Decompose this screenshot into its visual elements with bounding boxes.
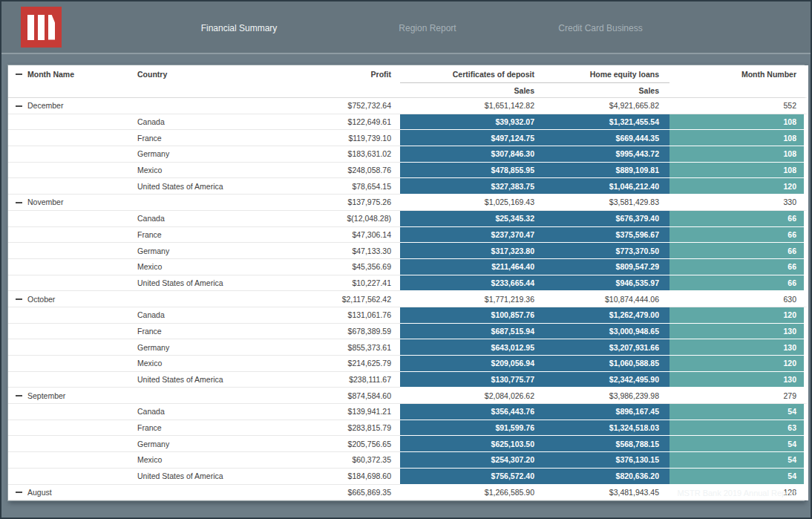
- month-name-cell: [8, 436, 134, 452]
- financial-grid: Month Name Country Profit Certificates o…: [8, 65, 808, 500]
- country-cell: Germany: [134, 436, 253, 452]
- country-detail-row[interactable]: United States of America $238,111.67 $13…: [8, 372, 808, 388]
- profit-cell: $283,815.79: [253, 420, 400, 437]
- hel-sales-cell: $676,379.40: [545, 211, 669, 227]
- collapse-icon[interactable]: [16, 105, 22, 107]
- month-number-total-cell: 552: [669, 98, 808, 114]
- collapse-icon[interactable]: [16, 202, 22, 203]
- profit-total-cell: $752,732.64: [253, 98, 400, 114]
- country-detail-row[interactable]: Mexico $214,625.79 $209,056.94 $1,060,58…: [8, 356, 808, 372]
- country-detail-row[interactable]: Mexico $45,356.69 $211,464.40 $809,547.2…: [8, 259, 808, 275]
- profit-cell: $139,941.21: [253, 404, 400, 420]
- column-header-month-number[interactable]: Month Number: [669, 65, 808, 83]
- country-detail-row[interactable]: Canada $139,941.21 $356,443.76 $896,167.…: [8, 404, 808, 420]
- country-cell: [134, 291, 253, 307]
- month-name-cell: [8, 404, 134, 420]
- month-number-cell: 54: [669, 469, 808, 485]
- tab-credit-card-business[interactable]: Credit Card Business: [558, 23, 642, 33]
- header-divider: [1, 53, 811, 54]
- collapse-icon[interactable]: [16, 492, 22, 493]
- hel-sales-cell: $889,109.81: [545, 163, 669, 179]
- country-detail-row[interactable]: United States of America $78,654.15 $327…: [8, 178, 808, 195]
- country-detail-row[interactable]: Germany $205,756.65 $625,103.50 $568,788…: [8, 436, 808, 452]
- hel-sales-total-cell: $3,986,239.98: [545, 388, 669, 404]
- country-cell: Mexico: [134, 163, 253, 179]
- collapse-icon[interactable]: [16, 395, 22, 396]
- collapse-icon[interactable]: [16, 298, 22, 300]
- column-header-profit[interactable]: Profit: [253, 65, 400, 83]
- month-number-cell: 66: [669, 211, 808, 227]
- country-detail-row[interactable]: Canada $(12,048.28) $25,345.32 $676,379.…: [8, 211, 808, 227]
- month-name-cell: [8, 243, 134, 259]
- month-total-row[interactable]: October $2,117,562.42 $1,771,219.36 $10,…: [8, 291, 808, 307]
- country-cell: [134, 485, 253, 501]
- cod-sales-cell: $39,932.07: [400, 114, 545, 131]
- profit-cell: $45,356.69: [253, 259, 400, 275]
- month-number-cell: 66: [669, 275, 808, 292]
- mstr-bank-logo-icon[interactable]: [21, 7, 62, 48]
- subheader-hel-sales[interactable]: Sales: [545, 83, 669, 98]
- logo-bar-icon: [38, 15, 45, 40]
- month-number-cell: 54: [669, 452, 808, 469]
- country-detail-row[interactable]: Germany $47,133.30 $317,323.80 $773,370.…: [8, 243, 808, 259]
- cod-sales-total-cell: $1,771,219.36: [400, 291, 545, 307]
- country-detail-row[interactable]: France $678,389.59 $687,515.94 $3,000,94…: [8, 324, 808, 340]
- cod-sales-cell: $478,855.95: [400, 163, 545, 179]
- month-total-row[interactable]: December $752,732.64 $1,651,142.82 $4,92…: [8, 98, 808, 114]
- collapse-icon[interactable]: [16, 74, 22, 75]
- grid-header-row: Month Name Country Profit Certificates o…: [8, 65, 808, 83]
- column-label: Month Name: [27, 70, 74, 79]
- country-detail-row[interactable]: Mexico $248,058.76 $478,855.95 $889,109.…: [8, 163, 808, 179]
- month-number-cell: 63: [669, 420, 808, 437]
- cod-sales-cell: $756,572.40: [400, 469, 545, 485]
- month-name-cell: November: [8, 195, 134, 211]
- month-name-cell: December: [8, 98, 134, 114]
- country-detail-row[interactable]: United States of America $184,698.60 $75…: [8, 469, 808, 485]
- month-name-cell: [8, 372, 134, 388]
- month-number-cell: 130: [669, 324, 808, 340]
- profit-cell: $47,306.14: [253, 227, 400, 244]
- empty-subheader: [669, 83, 808, 98]
- column-header-country[interactable]: Country: [134, 65, 253, 83]
- month-total-row[interactable]: September $874,584.60 $2,084,026.62 $3,9…: [8, 388, 808, 404]
- country-detail-row[interactable]: United States of America $10,227.41 $233…: [8, 275, 808, 292]
- country-detail-row[interactable]: Germany $183,631.02 $307,846.30 $995,443…: [8, 146, 808, 163]
- country-detail-row[interactable]: France $119,739.10 $497,124.75 $669,444.…: [8, 130, 808, 146]
- country-detail-row[interactable]: Canada $131,061.76 $100,857.76 $1,262,47…: [8, 307, 808, 324]
- hel-sales-total-cell: $3,481,943.45: [545, 485, 669, 501]
- month-name-cell: [8, 452, 134, 469]
- month-number-cell: 54: [669, 436, 808, 452]
- hel-sales-cell: $1,262,479.00: [545, 307, 669, 324]
- column-header-certificates-of-deposit[interactable]: Certificates of deposit: [400, 65, 545, 83]
- hel-sales-cell: $809,547.29: [545, 259, 669, 275]
- cod-sales-cell: $327,383.75: [400, 178, 545, 195]
- month-number-cell: 108: [669, 114, 808, 131]
- country-detail-row[interactable]: France $283,815.79 $91,599.76 $1,324,518…: [8, 420, 808, 437]
- profit-cell: $205,756.65: [253, 436, 400, 452]
- profit-cell: $119,739.10: [253, 130, 400, 146]
- report-footer-label: MSTR Bank 2019 Annual Report: [677, 489, 796, 497]
- tab-region-report[interactable]: Region Report: [399, 23, 456, 33]
- hel-sales-cell: $1,060,588.85: [545, 356, 669, 372]
- country-detail-row[interactable]: Mexico $60,372.35 $254,307.20 $376,130.1…: [8, 452, 808, 469]
- country-cell: Mexico: [134, 259, 253, 275]
- country-detail-row[interactable]: Germany $855,373.61 $643,012.95 $3,207,9…: [8, 339, 808, 356]
- month-number-cell: 66: [669, 259, 808, 275]
- subheader-cod-sales[interactable]: Sales: [400, 83, 545, 98]
- profit-cell: $47,133.30: [253, 243, 400, 259]
- country-cell: [134, 98, 253, 114]
- country-detail-row[interactable]: France $47,306.14 $237,370.47 $375,596.6…: [8, 227, 808, 244]
- country-detail-row[interactable]: Canada $122,649.61 $39,932.07 $1,321,455…: [8, 114, 808, 131]
- month-name-cell: [8, 420, 134, 437]
- hel-sales-cell: $1,324,518.03: [545, 420, 669, 437]
- month-name-cell: [8, 130, 134, 146]
- column-header-month-name[interactable]: Month Name: [8, 65, 134, 83]
- month-total-row[interactable]: November $137,975.26 $1,025,169.43 $3,58…: [8, 195, 808, 211]
- cod-sales-cell: $356,443.76: [400, 404, 545, 420]
- logo-bar-icon: [48, 15, 55, 40]
- empty-subheader: [134, 83, 253, 98]
- column-header-home-equity-loans[interactable]: Home equity loans: [545, 65, 669, 83]
- empty-subheader: [8, 83, 134, 98]
- country-cell: France: [134, 324, 253, 340]
- tab-financial-summary[interactable]: Financial Summary: [201, 23, 278, 33]
